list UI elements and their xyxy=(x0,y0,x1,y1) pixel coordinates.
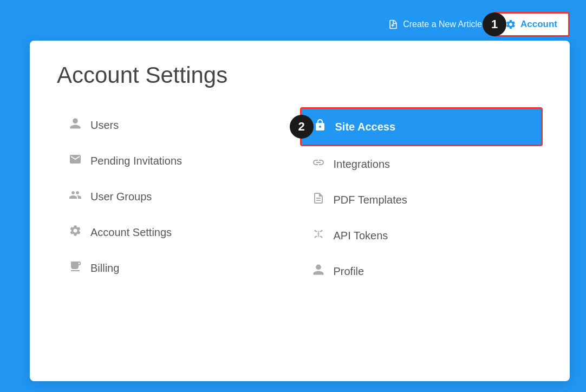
main-card: Account Settings Users Pending Invitatio… xyxy=(30,41,570,381)
file-icon xyxy=(311,192,326,208)
link-icon xyxy=(311,156,326,172)
menu-item-billing[interactable]: Billing xyxy=(57,250,300,286)
account-settings-label: Account Settings xyxy=(90,226,172,239)
billing-icon xyxy=(68,260,83,276)
site-access-label: Site Access xyxy=(335,121,396,133)
menu-item-integrations[interactable]: Integrations xyxy=(300,146,543,182)
users-icon xyxy=(68,188,83,205)
profile-label: Profile xyxy=(334,265,364,278)
step-badge-2: 2 xyxy=(290,115,314,139)
user-groups-label: User Groups xyxy=(90,191,152,203)
integrations-label: Integrations xyxy=(334,158,390,171)
users-label: Users xyxy=(90,119,119,132)
create-doc-icon xyxy=(388,19,399,30)
pdf-templates-label: PDF Templates xyxy=(334,194,407,206)
create-article-button[interactable]: Create a New Article xyxy=(388,19,482,30)
menu-item-site-access[interactable]: 2 Site Access xyxy=(300,107,543,146)
lock-icon xyxy=(312,119,328,135)
envelope-icon xyxy=(68,153,83,169)
profile-icon xyxy=(311,263,326,279)
account-button[interactable]: 1 Account xyxy=(493,12,570,37)
gear-icon xyxy=(505,19,516,30)
menu-item-api-tokens[interactable]: API Tokens xyxy=(300,218,543,253)
menu-grid: Users Pending Invitations User Groups xyxy=(57,107,543,289)
menu-item-profile[interactable]: Profile xyxy=(300,253,543,289)
api-icon xyxy=(311,227,326,244)
svg-point-0 xyxy=(317,233,319,235)
menu-item-user-groups[interactable]: User Groups xyxy=(57,179,300,214)
pending-invitations-label: Pending Invitations xyxy=(90,155,182,167)
user-icon xyxy=(68,117,83,133)
gear-settings-icon xyxy=(68,224,83,240)
menu-item-account-settings[interactable]: Account Settings xyxy=(57,214,300,250)
page-title: Account Settings xyxy=(57,62,543,88)
menu-item-pending-invitations[interactable]: Pending Invitations xyxy=(57,143,300,179)
billing-label: Billing xyxy=(90,262,119,275)
api-tokens-label: API Tokens xyxy=(334,230,388,242)
menu-left-column: Users Pending Invitations User Groups xyxy=(57,107,300,289)
menu-item-users[interactable]: Users xyxy=(57,107,300,143)
step-badge-1: 1 xyxy=(483,12,506,36)
menu-item-pdf-templates[interactable]: PDF Templates xyxy=(300,182,543,218)
menu-right-column: 2 Site Access Integrations PDF Templ xyxy=(300,107,543,289)
